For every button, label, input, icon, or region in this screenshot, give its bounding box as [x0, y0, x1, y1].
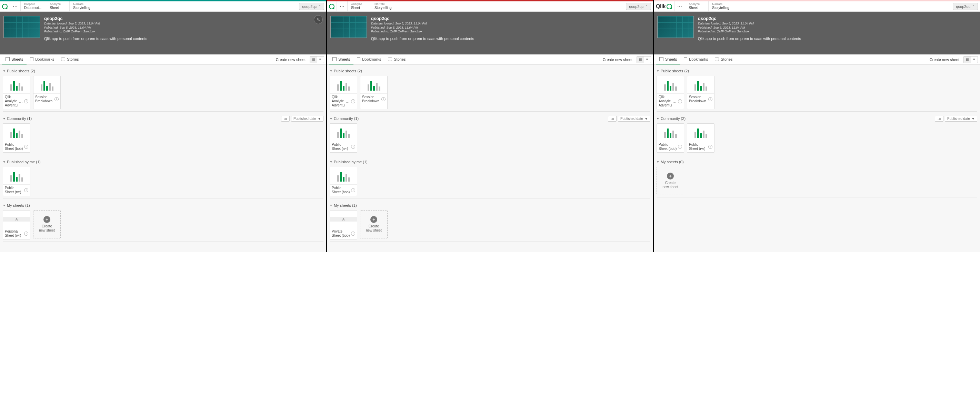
logo[interactable] [327, 2, 337, 11]
list-view-button[interactable]: ≡ [317, 57, 324, 63]
create-new-sheet-link[interactable]: Create new sheet [927, 57, 962, 62]
nav-analyze[interactable]: Analyze Sheet [685, 2, 709, 11]
tile-label: Public Sheet (bob) [332, 186, 350, 194]
sheet-tile[interactable]: Session Breakdown i [687, 76, 714, 109]
sheet-tile[interactable]: Public Sheet (bob) i [3, 124, 30, 153]
tab-bookmarks[interactable]: Bookmarks [680, 54, 711, 65]
tab-bookmarks[interactable]: Bookmarks [353, 54, 385, 65]
tile-menu-icon[interactable]: … [345, 99, 350, 104]
content-area: ▼ Public sheets (2) Qlik Analytic Advent… [0, 65, 326, 252]
tabs-bar: Sheets Bookmarks Stories Create new shee… [0, 54, 326, 65]
sheet-tile[interactable]: Qlik Analytic Adventure …i [3, 76, 30, 109]
info-icon[interactable]: i [24, 99, 28, 103]
create-sheet-tile[interactable]: + Createnew sheet [657, 167, 684, 195]
info-icon[interactable]: i [351, 145, 355, 149]
sheet-tile[interactable]: A Personal Sheet (rvr) i [3, 210, 30, 239]
tab-sheets[interactable]: Sheets [656, 54, 680, 65]
sheet-tile[interactable]: Qlik Analytic Adventure …i [657, 76, 684, 109]
tab-stories[interactable]: Stories [57, 54, 82, 65]
nav-analyze[interactable]: Analyze Sheet [348, 2, 371, 11]
sheet-tile[interactable]: Public Sheet (rvr) i [330, 124, 357, 153]
create-new-sheet-link[interactable]: Create new sheet [600, 57, 635, 62]
section-header[interactable]: ▼ Community (1) [330, 115, 608, 122]
tab-stories[interactable]: Stories [711, 54, 736, 65]
info-icon[interactable]: i [351, 231, 355, 236]
sort-field-dropdown[interactable]: Published date ▼ [618, 116, 650, 122]
tile-label: Public Sheet (bob) [5, 143, 24, 151]
create-new-sheet-link[interactable]: Create new sheet [273, 57, 308, 62]
edit-button[interactable]: ✎ [314, 15, 323, 24]
section-header[interactable]: ▼ Published by me (1) [330, 158, 650, 165]
list-view-button[interactable]: ≡ [644, 57, 651, 63]
sheet-thumbnail [3, 76, 30, 94]
grid-view-button[interactable]: ▦ [964, 57, 971, 63]
sheet-tile[interactable]: Public Sheet (rvr) i [687, 124, 714, 153]
info-icon[interactable]: i [351, 188, 355, 192]
create-sheet-tile[interactable]: + Createnew sheet [360, 210, 388, 238]
info-icon[interactable]: i [24, 145, 28, 149]
collapse-icon: ▼ [3, 70, 6, 73]
tab-sheets[interactable]: Sheets [329, 54, 353, 65]
nav-prepare[interactable]: Prepare Data mod… [21, 2, 46, 11]
app-dropdown[interactable]: qsop2qc ⌃ [626, 3, 651, 10]
collapse-icon: ▼ [657, 160, 659, 164]
sort-field-dropdown[interactable]: Published date ▼ [945, 116, 977, 122]
info-icon[interactable]: i [351, 99, 355, 103]
tab-stories[interactable]: Stories [385, 54, 409, 65]
sheet-tile[interactable]: Public Sheet (bob) i [330, 167, 357, 196]
nav-narrate[interactable]: Narrate Storytelling [70, 2, 94, 11]
list-view-button[interactable]: ≡ [971, 57, 978, 63]
nav-narrate[interactable]: Narrate Storytelling [709, 2, 733, 11]
sort-order-button[interactable]: ↓≡ [281, 116, 290, 122]
info-icon[interactable]: i [708, 97, 713, 101]
collapse-icon: ▼ [657, 70, 659, 73]
section-header[interactable]: ▼ My sheets (1) [3, 202, 323, 209]
sort-order-button[interactable]: ↓≡ [935, 116, 943, 122]
info-icon[interactable]: i [24, 231, 28, 236]
section-header[interactable]: ▼ Community (2) [657, 115, 935, 122]
nav-narrate[interactable]: Narrate Storytelling [371, 2, 395, 11]
section-header[interactable]: ▼ Published by me (1) [3, 158, 323, 165]
sheet-tile[interactable]: A Private Sheet (bob) i [330, 210, 357, 239]
info-icon[interactable]: i [678, 145, 682, 149]
tile-menu-icon[interactable]: … [672, 99, 677, 104]
tabs-bar: Sheets Bookmarks Stories Create new shee… [654, 54, 980, 65]
tile-menu-icon[interactable]: … [18, 99, 24, 104]
section-header[interactable]: ▼ My sheets (1) [330, 202, 650, 209]
section-title: My sheets (0) [661, 160, 684, 164]
tab-sheets[interactable]: Sheets [2, 54, 27, 65]
sheet-tile[interactable]: Qlik Analytic Adventure …i [330, 76, 357, 109]
info-icon[interactable]: i [54, 97, 59, 101]
global-menu-button[interactable]: ⋯ [675, 2, 685, 11]
sheet-tile[interactable]: Public Sheet (rvr) i [3, 167, 30, 196]
content-area: ▼ Public sheets (2) Qlik Analytic Advent… [327, 65, 653, 252]
nav-analyze[interactable]: Analyze Sheet [46, 2, 70, 11]
toolbar: ⋯ Analyze Sheet Narrate Storytelling qso… [327, 2, 653, 12]
sort-field-dropdown[interactable]: Published date ▼ [291, 116, 323, 122]
grid-view-button[interactable]: ▦ [637, 57, 644, 63]
info-icon[interactable]: i [24, 188, 28, 192]
sheet-tile[interactable]: Session Breakdown i [33, 76, 61, 109]
sheet-tile[interactable]: Public Sheet (bob) i [657, 124, 684, 153]
global-menu-button[interactable]: ⋯ [10, 2, 21, 11]
tabs-bar: Sheets Bookmarks Stories Create new shee… [327, 54, 653, 65]
create-sheet-tile[interactable]: + Createnew sheet [33, 210, 61, 238]
info-icon[interactable]: i [678, 99, 682, 103]
tab-bookmarks[interactable]: Bookmarks [27, 54, 57, 65]
grid-view-button[interactable]: ▦ [310, 57, 317, 63]
global-menu-button[interactable]: ⋯ [337, 2, 348, 11]
logo[interactable] [0, 2, 10, 11]
sort-order-button[interactable]: ↓≡ [608, 116, 617, 122]
info-icon[interactable]: i [708, 145, 713, 149]
info-icon[interactable]: i [381, 97, 385, 101]
section-header[interactable]: ▼ Public sheets (2) [330, 68, 650, 74]
logo[interactable]: Qlik [654, 2, 675, 11]
sheet-tile[interactable]: Session Breakdown i [360, 76, 388, 109]
section-header[interactable]: ▼ Public sheets (2) [3, 68, 323, 74]
section-title: Community (1) [7, 116, 32, 120]
app-dropdown[interactable]: qsop2qc ⌃ [299, 3, 324, 10]
section-header[interactable]: ▼ Public sheets (2) [657, 68, 977, 74]
section-header[interactable]: ▼ Community (1) [3, 115, 281, 122]
section-header[interactable]: ▼ My sheets (0) [657, 158, 977, 165]
app-dropdown[interactable]: qsop2qc ⌃ [953, 3, 978, 10]
